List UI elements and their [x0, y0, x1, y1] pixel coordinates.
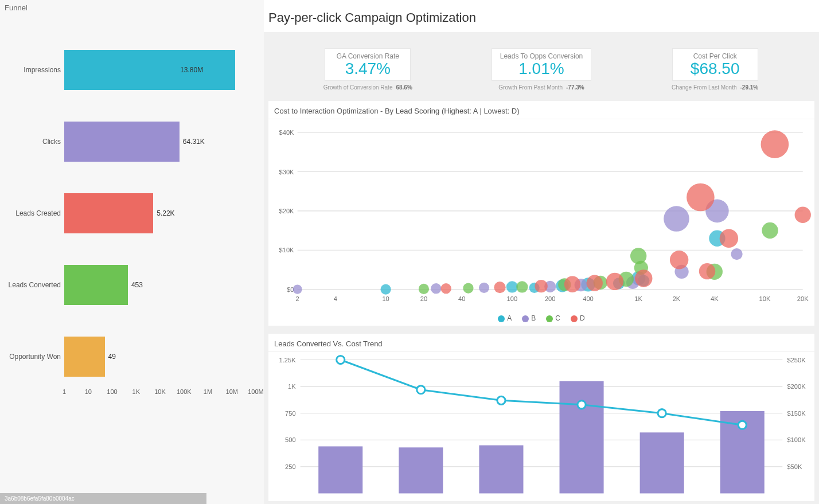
funnel-row[interactable]: Clicks64.31K — [0, 122, 264, 162]
svg-text:$30K: $30K — [279, 168, 295, 175]
legend-item[interactable]: C — [546, 314, 560, 322]
svg-text:500: 500 — [285, 436, 296, 443]
scatter-point[interactable] — [587, 275, 603, 291]
scatter-point[interactable] — [670, 251, 688, 269]
funnel-x-tick: 10K — [154, 388, 166, 395]
scatter-point[interactable] — [479, 283, 489, 293]
svg-text:4K: 4K — [711, 295, 719, 302]
combo-line[interactable] — [341, 360, 742, 425]
funnel-row[interactable]: Leads Converted453 — [0, 265, 264, 305]
combo-line-point[interactable] — [497, 396, 505, 404]
kpi-title: GA Conversion Rate — [333, 52, 402, 60]
right-panel: Pay-per-click Campaign Optimization GA C… — [264, 0, 819, 504]
svg-text:20: 20 — [420, 295, 427, 302]
svg-text:1.25K: 1.25K — [279, 356, 297, 363]
funnel-x-tick: 1K — [132, 388, 140, 395]
funnel-x-tick: 1M — [204, 388, 212, 395]
scatter-point[interactable] — [761, 130, 789, 158]
svg-text:$150K: $150K — [787, 410, 806, 417]
kpi-title: Leads To Opps Conversion — [500, 52, 583, 60]
scatter-point[interactable] — [762, 222, 778, 239]
scatter-legend[interactable]: ABCD — [268, 314, 814, 326]
combo-bar[interactable] — [640, 432, 684, 493]
combo-bar[interactable] — [560, 381, 604, 494]
scatter-point[interactable] — [506, 281, 518, 292]
scatter-point[interactable] — [380, 284, 391, 294]
scatter-point[interactable] — [494, 282, 505, 293]
funnel-bar-label: Leads Converted — [0, 281, 64, 289]
funnel-bar[interactable]: 5.22K — [64, 193, 153, 233]
svg-text:20K: 20K — [797, 295, 809, 302]
combo-line-point[interactable] — [738, 421, 746, 429]
combo-line-point[interactable] — [578, 401, 586, 409]
scatter-point[interactable] — [687, 183, 715, 211]
svg-text:2K: 2K — [673, 295, 681, 302]
kpi-cost-per-click[interactable]: Cost Per Click $68.50 Change From Last M… — [658, 48, 773, 91]
combo-line-point[interactable] — [417, 385, 425, 393]
scatter-point[interactable] — [664, 206, 689, 232]
scatter-title: Cost to Interaction Optimization - By Le… — [268, 101, 814, 119]
funnel-bar-label: Leads Created — [0, 209, 64, 217]
funnel-row[interactable]: Opportunity Won49 — [0, 337, 264, 377]
scatter-point[interactable] — [720, 229, 738, 247]
kpi-leads-opps[interactable]: Leads To Opps Conversion 1.01% Growth Fr… — [484, 48, 599, 91]
scatter-chart[interactable]: $0$10K$20K$30K$40K241020401002004001K2K4… — [268, 119, 814, 314]
funnel-bar-value: 5.22K — [157, 209, 174, 217]
dashboard-layout: Funnel Impressions13.80MClicks64.31KLead… — [0, 0, 819, 504]
funnel-row[interactable]: Leads Created5.22K — [0, 193, 264, 233]
funnel-bar-label: Opportunity Won — [0, 353, 64, 361]
svg-text:$50K: $50K — [787, 463, 802, 470]
combo-bar[interactable] — [318, 446, 362, 493]
scatter-point[interactable] — [431, 283, 441, 294]
footer-id-label: 3a6b08b6efa5fa80b0004ac — [0, 493, 206, 504]
combo-line-point[interactable] — [658, 409, 666, 417]
svg-text:750: 750 — [285, 410, 296, 417]
combo-line-point[interactable] — [337, 355, 345, 364]
svg-text:200: 200 — [545, 295, 556, 302]
kpi-sub: Growth From Past Month-77.3% — [484, 84, 599, 91]
svg-text:$100K: $100K — [787, 436, 806, 443]
scatter-point[interactable] — [795, 206, 811, 222]
scatter-point[interactable] — [293, 284, 302, 294]
svg-text:1K: 1K — [288, 383, 296, 390]
scatter-point[interactable] — [699, 263, 715, 279]
scatter-point[interactable] — [635, 269, 652, 287]
legend-item[interactable]: B — [522, 314, 536, 322]
svg-text:2: 2 — [296, 295, 299, 302]
scatter-point[interactable] — [564, 276, 580, 292]
funnel-title: Funnel — [0, 0, 264, 15]
svg-text:$200K: $200K — [787, 383, 806, 390]
svg-text:$40K: $40K — [279, 129, 295, 136]
kpi-value: 1.01% — [500, 60, 583, 78]
legend-item[interactable]: D — [571, 314, 585, 322]
funnel-bar[interactable]: 453 — [64, 265, 128, 305]
funnel-bar-value: 49 — [108, 353, 116, 361]
svg-text:400: 400 — [583, 295, 594, 302]
funnel-row[interactable]: Impressions13.80M — [0, 50, 264, 90]
funnel-bar[interactable]: 49 — [64, 337, 105, 377]
funnel-chart[interactable]: Impressions13.80MClicks64.31KLeads Creat… — [0, 15, 264, 405]
combo-bar[interactable] — [399, 447, 443, 493]
svg-text:10: 10 — [382, 295, 389, 302]
funnel-bar-value: 13.80M — [180, 66, 203, 74]
combo-bar[interactable] — [479, 445, 523, 493]
funnel-panel: Funnel Impressions13.80MClicks64.31KLead… — [0, 0, 264, 504]
svg-text:4: 4 — [334, 295, 337, 302]
scatter-point[interactable] — [419, 284, 429, 294]
combo-title: Leads Converted Vs. Cost Trend — [268, 334, 814, 352]
scatter-point[interactable] — [606, 273, 623, 290]
scatter-point[interactable] — [731, 248, 742, 260]
scatter-point[interactable] — [516, 281, 528, 292]
scatter-point[interactable] — [535, 280, 548, 292]
svg-text:10K: 10K — [759, 295, 771, 302]
svg-text:100: 100 — [507, 295, 518, 302]
scatter-point[interactable] — [441, 283, 451, 294]
combo-chart[interactable]: 250$50K500$100K750$150K1K$200K1.25K$250K — [268, 352, 814, 501]
scatter-point[interactable] — [463, 283, 473, 293]
svg-text:$20K: $20K — [279, 208, 295, 214]
kpi-value: 3.47% — [333, 60, 402, 78]
funnel-bar[interactable]: 64.31K — [64, 122, 180, 162]
legend-item[interactable]: A — [498, 314, 512, 322]
funnel-bar[interactable]: 13.80M — [64, 50, 235, 90]
kpi-ga-conversion[interactable]: GA Conversion Rate 3.47% Growth of Conve… — [310, 48, 425, 91]
